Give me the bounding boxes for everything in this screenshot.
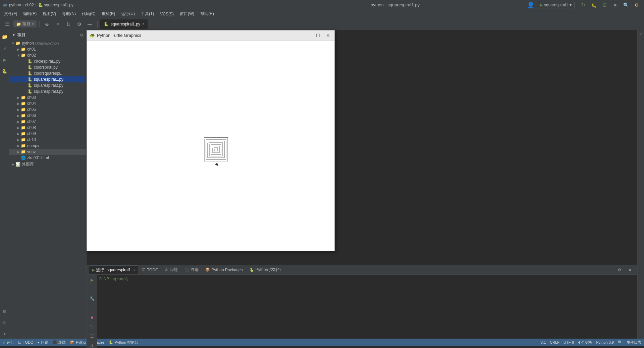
- activity-bottom2[interactable]: ⛭: [0, 318, 9, 327]
- coverage-button[interactable]: ☑: [600, 0, 609, 10]
- status-terminal-item[interactable]: ⬛ 终端: [52, 340, 66, 345]
- menu-view[interactable]: 视图(V): [40, 10, 59, 17]
- tree-squarespiral3[interactable]: ▶ 🐍 squarespiral3.py: [9, 88, 86, 94]
- stop-run-button[interactable]: ■: [88, 314, 96, 322]
- terminal-run-button[interactable]: ⬛: [88, 323, 96, 331]
- menu-run[interactable]: 运行(U): [118, 10, 138, 17]
- bottom-panel-content: ▶ ↑ 🔧 ↓ ■ ⬛ ☰ 🖨 🗑 D:\Programs\: [87, 275, 637, 348]
- tab-packages[interactable]: 📦 Python Packages: [203, 266, 245, 274]
- square-spiral-svg: [203, 136, 229, 163]
- ch09-label: ch09: [27, 131, 36, 136]
- menu-window[interactable]: 窗口(W): [177, 10, 197, 17]
- turtle-minimize-button[interactable]: —: [304, 32, 312, 39]
- toolbar-settings-icon[interactable]: ⚙: [74, 19, 84, 29]
- tab-todo[interactable]: ☑ TODO: [140, 266, 161, 274]
- scroll-down-button[interactable]: ↓: [88, 304, 96, 312]
- menu-edit[interactable]: 编辑(E): [20, 10, 39, 17]
- status-problem-item[interactable]: ● 问题: [38, 340, 49, 345]
- menu-refactor[interactable]: 重构(R): [99, 10, 118, 17]
- ch07-label: ch07: [27, 119, 36, 124]
- search-button[interactable]: 🔍: [621, 0, 631, 10]
- activity-run[interactable]: ▶: [0, 55, 9, 64]
- colorsquare-icon: 🐍: [28, 71, 33, 76]
- root-folder-icon: 📁: [15, 41, 20, 46]
- rerun-button[interactable]: ▶: [88, 276, 96, 284]
- menu-file[interactable]: 文件(F): [1, 10, 20, 17]
- turtle-close-button[interactable]: ✕: [324, 32, 332, 39]
- menu-help[interactable]: 帮助(H): [198, 10, 217, 17]
- print-button[interactable]: 🖨: [88, 342, 96, 348]
- tab-run[interactable]: ▶ 运行 squarespiral1 ×: [89, 266, 138, 274]
- tree-numpy[interactable]: ▶ 📁 numpy: [9, 143, 86, 149]
- menu-vcs[interactable]: VCS(S): [157, 11, 176, 17]
- turtle-title-group: 🐢 Python Turtle Graphics: [90, 33, 141, 38]
- activity-bottom1[interactable]: ▤: [0, 306, 9, 316]
- toolbar-sort-icon[interactable]: ⇅: [64, 19, 73, 29]
- debug-button[interactable]: 🐛: [589, 0, 598, 10]
- tab-terminal[interactable]: ⬛ 终端: [182, 266, 201, 274]
- turtle-window[interactable]: 🐢 Python Turtle Graphics — ☐ ✕: [87, 30, 335, 251]
- status-run-item[interactable]: ▶ 运行: [3, 340, 14, 345]
- toolbar-list-icon[interactable]: ≡: [53, 19, 62, 29]
- tab-problems[interactable]: ⚠ 问题: [162, 266, 180, 274]
- run-dropdown[interactable]: ▶ squarespiral1 ▾: [537, 2, 575, 8]
- panel-settings-button[interactable]: ⚙: [614, 265, 624, 275]
- tree-ch06[interactable]: ▶ 📁 ch06: [9, 113, 86, 119]
- run-button[interactable]: ↻: [578, 0, 588, 10]
- profile-button[interactable]: 👤: [526, 0, 535, 10]
- breadcrumb-ch02[interactable]: ch02: [25, 3, 34, 7]
- sidebar-toggle[interactable]: ☰: [3, 19, 12, 29]
- tree-ch05[interactable]: ▶ 📁 ch05: [9, 107, 86, 113]
- tree-venv[interactable]: ▶ 📁 venv: [9, 149, 86, 155]
- terminal-icon: ⬛: [184, 268, 189, 272]
- project-selector[interactable]: 📁 项目 ▾: [13, 20, 37, 27]
- tab-file-icon: 🐍: [104, 22, 109, 26]
- sidebar-settings-icon[interactable]: ⚙: [80, 33, 84, 38]
- todo-icon: ☑: [142, 268, 146, 272]
- breadcrumb-python[interactable]: python: [9, 3, 21, 7]
- tab-close-button[interactable]: ×: [142, 22, 144, 26]
- menu-code[interactable]: 代码(C): [79, 10, 98, 17]
- run-tab-close[interactable]: ×: [133, 268, 136, 272]
- settings-button[interactable]: ⚙: [632, 0, 641, 10]
- run-controls: ▶ ↑ 🔧 ↓ ■ ⬛ ☰ 🖨 🗑: [87, 275, 97, 348]
- circlespiral-label: circlespiral1.py: [34, 59, 60, 64]
- menu-tools[interactable]: 工具(T): [138, 10, 157, 17]
- tree-ch08[interactable]: ▶ 📁 ch08: [9, 125, 86, 131]
- scroll-up-button[interactable]: ↑: [88, 285, 96, 293]
- tab-bar: 🐍 squarespiral1.py ×: [100, 19, 641, 29]
- wrench-icon[interactable]: 🔧: [88, 295, 96, 303]
- tab-squarespiral1[interactable]: 🐍 squarespiral1.py ×: [100, 19, 148, 29]
- run-config-dropdown[interactable]: ▶ squarespiral1 ▾: [537, 2, 577, 8]
- stop-button[interactable]: ■: [610, 0, 620, 10]
- tree-squarespiral2[interactable]: ▶ 🐍 squarespiral2.py: [9, 82, 86, 88]
- tree-colorsquarespiral[interactable]: ▶ 🐍 colorsquarespi...: [9, 70, 86, 76]
- turtle-maximize-button[interactable]: ☐: [314, 32, 322, 39]
- run-list-button[interactable]: ☰: [88, 332, 96, 340]
- menu-navigate[interactable]: 导航(N): [59, 10, 78, 17]
- panel-close-button[interactable]: ✕: [625, 265, 635, 275]
- tree-ch01[interactable]: ▶ 📁 ch01: [9, 46, 86, 52]
- toolbar-add-icon[interactable]: ⊕: [42, 19, 52, 29]
- tree-root[interactable]: ▼ 📁 python D:\java\python: [9, 40, 86, 46]
- tree-zlm001[interactable]: ▶ 🌐 zlm001.html: [9, 155, 86, 161]
- toolbar-collapse-icon[interactable]: —: [85, 19, 95, 29]
- breadcrumb-sep1: ›: [22, 3, 24, 7]
- tree-external-libs[interactable]: ▶ 📊 外部库: [9, 161, 86, 168]
- tree-ch04[interactable]: ▶ 📁 ch04: [9, 100, 86, 107]
- activity-bottom3[interactable]: ★: [0, 329, 9, 339]
- tree-ch02[interactable]: ▼ 📁 ch02: [9, 52, 86, 58]
- tree-ch03[interactable]: ▶ 📁 ch03: [9, 94, 86, 100]
- status-todo-item[interactable]: ☑ TODO: [18, 340, 34, 345]
- activity-vcs[interactable]: ⑂: [0, 44, 9, 53]
- activity-python[interactable]: 🐍: [0, 66, 9, 76]
- activity-project[interactable]: 📁: [0, 32, 9, 42]
- tree-ch09[interactable]: ▶ 📁 ch09: [9, 131, 86, 137]
- tree-circlespiral1[interactable]: ▶ 🐍 circlespiral1.py: [9, 58, 86, 64]
- tree-ch10[interactable]: ▶ 📁 ch10: [9, 137, 86, 143]
- tree-squarespiral1[interactable]: ▶ 🐍 squarespiral1.py: [9, 76, 86, 82]
- tree-ch07[interactable]: ▶ 📁 ch07: [9, 119, 86, 125]
- tab-console[interactable]: 🐍 Python 控制台: [247, 266, 284, 274]
- tree-colorspiral[interactable]: ▶ 🐍 colorspiral.py: [9, 64, 86, 70]
- sidebar-expand-arrow: ▼: [12, 33, 15, 37]
